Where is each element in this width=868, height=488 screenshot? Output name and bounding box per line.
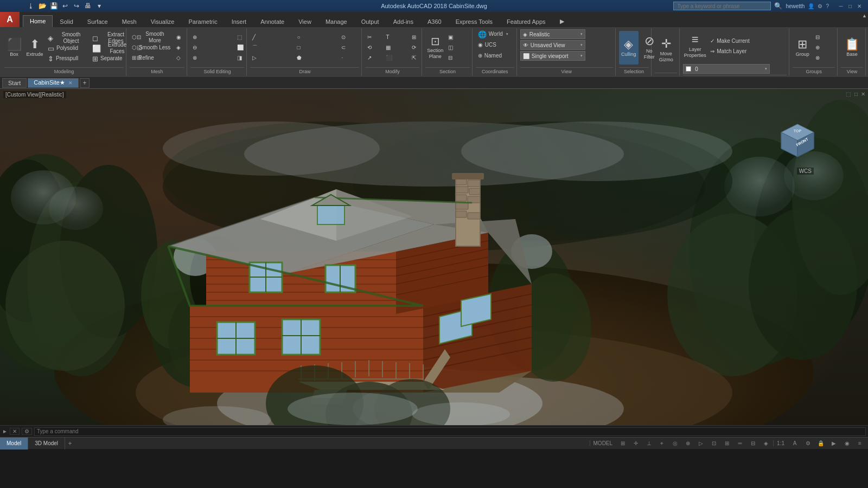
new-tab-button[interactable]: + xyxy=(80,78,90,88)
minimize-btn[interactable]: ─ xyxy=(837,2,845,10)
status-osnap-btn[interactable]: ◎ xyxy=(669,438,681,450)
qa-print[interactable]: 🖶 xyxy=(83,1,93,11)
restore-btn[interactable]: □ xyxy=(846,2,854,10)
draw-btn2[interactable]: ⌒ xyxy=(250,43,293,53)
status-otrack-btn[interactable]: ▷ xyxy=(695,438,707,450)
mesh-btn1[interactable]: ⬡ Smooth More xyxy=(130,33,173,42)
status-tp-btn[interactable]: ⊟ xyxy=(747,438,759,450)
status-workspace-btn[interactable]: ⚙ xyxy=(802,438,814,450)
tab-manage[interactable]: Manage xyxy=(318,15,354,27)
status-isolate-btn[interactable]: ◉ xyxy=(841,438,853,450)
doc-tab-cabinsite[interactable]: CabinSite★ ✕ xyxy=(28,78,79,88)
qa-open[interactable]: 📂 xyxy=(37,1,47,11)
tab-home[interactable]: Home xyxy=(23,15,53,27)
cmd-close-btn[interactable]: ✕ xyxy=(10,428,20,435)
viewport-config-combo[interactable]: ⬜ Single viewport ▾ xyxy=(520,51,585,61)
base-button[interactable]: 📋 Base xyxy=(841,31,863,65)
move-gizmo-button[interactable]: ✛ MoveGizmo xyxy=(655,34,677,67)
draw-btn5[interactable]: □ xyxy=(295,43,338,53)
tab-view[interactable]: View xyxy=(291,15,318,27)
model-tab-3d[interactable]: 3D Model xyxy=(28,438,65,450)
extrude-faces-icon: ⬜ xyxy=(92,45,101,52)
visual-style-combo[interactable]: ◈ Realistic ▾ xyxy=(520,29,585,39)
tab-visualize[interactable]: Visualize xyxy=(144,15,182,27)
tab-a360[interactable]: A360 xyxy=(420,15,449,27)
svg-rect-76 xyxy=(456,203,468,209)
draw-btn1[interactable]: ╱ xyxy=(250,33,293,42)
tab-featured-apps[interactable]: Featured Apps xyxy=(500,15,553,27)
viewport: [Custom View][Realistic] ⬚ □ ✕ FRONT TOP… xyxy=(0,89,868,425)
viewport-label: [Custom View][Realistic] xyxy=(3,91,66,98)
mesh-btn3[interactable]: ⊞ Refine xyxy=(130,53,173,63)
qa-new[interactable]: ⭳ xyxy=(26,1,36,11)
viewport-close-btn[interactable]: ✕ xyxy=(859,90,867,98)
solid-edit-btn1[interactable]: ⊕ xyxy=(190,33,234,42)
solid-edit-btn3[interactable]: ⊗ xyxy=(190,53,234,63)
viewport-expand-btn[interactable]: ⬚ xyxy=(844,90,852,98)
tab-express-tools[interactable]: Express Tools xyxy=(449,15,500,27)
tab-output[interactable]: Output xyxy=(354,15,386,27)
group-button[interactable]: ⊞ Group xyxy=(793,31,812,65)
coord-btn2[interactable]: ◉ UCS xyxy=(476,40,519,50)
status-ortho-btn[interactable]: ⊥ xyxy=(643,438,655,450)
tab-annotate[interactable]: Annotate xyxy=(253,15,291,27)
qa-save[interactable]: 💾 xyxy=(49,1,59,11)
named-view-combo[interactable]: 👁 Unsaved View ▾ xyxy=(520,40,585,50)
status-sel-btn[interactable]: ◈ xyxy=(760,438,772,450)
polysolid-button[interactable]: ▭ Polysolid xyxy=(46,43,89,53)
command-input[interactable] xyxy=(34,427,866,436)
model-tab-model[interactable]: Model xyxy=(0,438,28,450)
new-layout-btn[interactable]: + xyxy=(65,438,75,450)
draw-btn6[interactable]: ⬟ xyxy=(295,53,338,63)
tab-parametric[interactable]: Parametric xyxy=(181,15,224,27)
tab-solid[interactable]: Solid xyxy=(53,15,80,27)
qa-dropdown[interactable]: ▾ xyxy=(94,1,104,11)
mod-btn2[interactable]: ⟲ xyxy=(365,43,409,53)
status-3dosnap-btn[interactable]: ⊕ xyxy=(682,438,694,450)
status-ducs-btn[interactable]: ⊡ xyxy=(708,438,720,450)
status-lock-btn[interactable]: 🔒 xyxy=(815,438,827,450)
status-snap-btn[interactable]: ✛ xyxy=(630,438,642,450)
make-current-button[interactable]: ✓ Make Current xyxy=(708,36,752,46)
tab-surface[interactable]: Surface xyxy=(80,15,115,27)
viewport-max-btn[interactable]: □ xyxy=(852,90,860,98)
match-layer-button[interactable]: ⇒ Match Layer xyxy=(708,47,752,56)
culling-button[interactable]: ◈ Culling xyxy=(619,31,639,65)
qa-undo[interactable]: ↩ xyxy=(60,1,70,11)
tab-insert[interactable]: Insert xyxy=(225,15,254,27)
cmd-settings-btn[interactable]: ⚙ xyxy=(22,428,32,435)
solid-edit-btn2[interactable]: ⊖ xyxy=(190,43,234,53)
mod-btn1[interactable]: ✂ xyxy=(365,33,409,42)
layer-properties-button[interactable]: ≡ LayerProperties xyxy=(683,29,707,63)
doc-tab-start[interactable]: Start xyxy=(2,78,27,88)
mesh-btn2[interactable]: ⬡ Smooth Less xyxy=(130,43,173,53)
status-grid-btn[interactable]: ⊞ xyxy=(617,438,629,450)
smooth-object-button[interactable]: ◈ Smooth Object xyxy=(46,33,89,43)
layer-select-combo[interactable]: 0 ▾ xyxy=(683,64,770,74)
status-lw-btn[interactable]: ═ xyxy=(734,438,746,450)
tab-more[interactable]: ▶ xyxy=(553,15,571,27)
application-button[interactable]: A xyxy=(0,12,20,27)
box-button[interactable]: ⬛ Box xyxy=(4,31,24,65)
navigation-cube[interactable]: FRONT TOP xyxy=(776,121,819,165)
tab-close-btn[interactable]: ✕ xyxy=(68,80,73,86)
qa-redo[interactable]: ↪ xyxy=(72,1,81,11)
tab-mesh[interactable]: Mesh xyxy=(115,15,144,27)
search-input[interactable] xyxy=(673,2,771,10)
tab-start-label: Start xyxy=(8,80,21,86)
presspull-button[interactable]: ⇕ Presspull xyxy=(46,54,89,63)
draw-btn4[interactable]: ○ xyxy=(295,33,338,42)
section-plane-button[interactable]: ⊡ SectionPlane xyxy=(425,31,445,65)
extrude-button[interactable]: ⬆ Extrude xyxy=(25,31,44,65)
status-polar-btn[interactable]: ⌖ xyxy=(656,438,668,450)
status-anno-btn[interactable]: A xyxy=(789,438,801,450)
coord-btn3[interactable]: ⊕ Named xyxy=(476,51,519,61)
status-custmenu-btn[interactable]: ≡ xyxy=(854,438,866,450)
close-btn[interactable]: ✕ xyxy=(855,2,864,10)
status-hardwareaccel-btn[interactable]: ▶ xyxy=(828,438,840,450)
mod-btn3[interactable]: ↗ xyxy=(365,53,409,63)
world-button[interactable]: 🌐 World ▾ xyxy=(476,29,514,39)
tab-addins[interactable]: Add-ins xyxy=(386,15,420,27)
draw-btn3[interactable]: ▷ xyxy=(250,53,293,63)
status-dyn-btn[interactable]: ⊞ xyxy=(721,438,733,450)
